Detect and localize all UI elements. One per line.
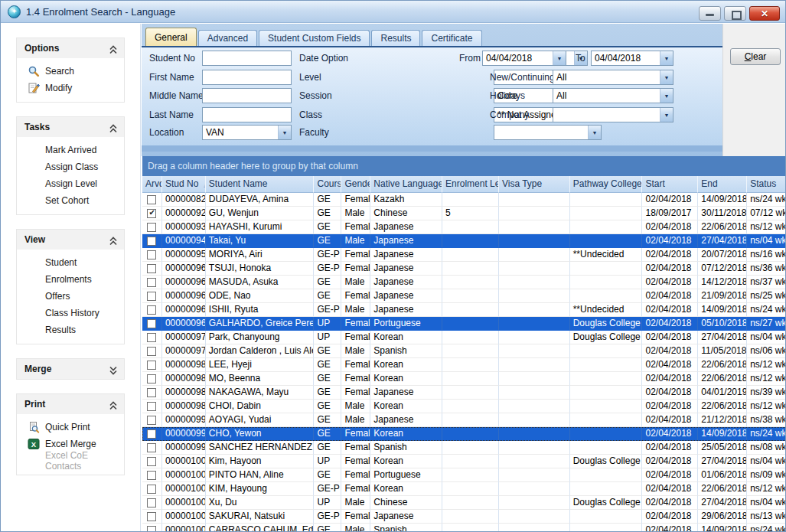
arrived-checkbox[interactable] bbox=[147, 209, 156, 218]
sidebar-section-header[interactable]: Tasks bbox=[17, 117, 124, 137]
column-header-gender[interactable]: Gender bbox=[341, 176, 370, 193]
table-row[interactable]: 0000009661MASUDA, AsukaGEMaleJapanese02/… bbox=[142, 276, 786, 289]
table-row[interactable]: 0000009823NAKAGAWA, MayuGEFemaleJapanese… bbox=[142, 386, 786, 400]
table-row[interactable]: 0000009634TSUJI, HonokaGE-PFemaleJapanes… bbox=[142, 262, 786, 276]
sidebar-section-header[interactable]: Options bbox=[17, 38, 124, 58]
cell-arvd[interactable] bbox=[142, 331, 162, 344]
table-row[interactable]: 0000010075CARRASCO CAHUM, Edgar NaGEMale… bbox=[142, 524, 786, 531]
arrived-checkbox[interactable] bbox=[147, 319, 156, 328]
table-row[interactable]: 0000009847CHOI, DabinGEMaleKorean02/04/2… bbox=[142, 400, 786, 413]
sidebar-section-header[interactable]: Merge bbox=[17, 359, 124, 379]
cell-arvd[interactable] bbox=[142, 234, 162, 248]
arrived-checkbox[interactable] bbox=[147, 264, 156, 273]
arrived-checkbox[interactable] bbox=[147, 250, 156, 259]
cell-arvd[interactable] bbox=[142, 289, 162, 303]
arrived-checkbox[interactable] bbox=[147, 443, 156, 452]
chevron-down-icon[interactable] bbox=[553, 51, 566, 65]
tab-general[interactable]: General bbox=[145, 28, 197, 46]
cell-arvd[interactable] bbox=[142, 468, 162, 482]
cell-arvd[interactable] bbox=[142, 455, 162, 468]
table-row[interactable]: 0000009435Takai, YuGEMaleJapanese02/04/2… bbox=[142, 234, 786, 248]
sidebar-item-offers[interactable]: Offers bbox=[17, 288, 124, 305]
sidebar-section-header[interactable]: View bbox=[17, 230, 124, 250]
cell-arvd[interactable] bbox=[142, 510, 162, 524]
from-date-combo[interactable]: 04/04/2018 bbox=[482, 51, 566, 66]
column-header-start[interactable]: Start bbox=[642, 176, 698, 193]
cell-arvd[interactable] bbox=[142, 303, 162, 317]
sidebar-item-assign-level[interactable]: Assign Level bbox=[17, 175, 124, 192]
tab-advanced[interactable]: Advanced bbox=[198, 30, 257, 46]
chevron-up-icon[interactable] bbox=[109, 122, 118, 132]
cell-arvd[interactable] bbox=[142, 524, 162, 531]
close-button[interactable] bbox=[749, 6, 780, 21]
arrived-checkbox[interactable] bbox=[147, 526, 156, 532]
table-row[interactable]: 0000009809LEE, HyejiGEFemaleKorean02/04/… bbox=[142, 358, 786, 372]
tab-results[interactable]: Results bbox=[371, 30, 420, 46]
cell-arvd[interactable] bbox=[142, 193, 162, 207]
arrived-checkbox[interactable] bbox=[147, 333, 156, 342]
location-combo[interactable]: VAN bbox=[202, 125, 292, 140]
title-bar[interactable]: 1.4 Enrolment Search - Language bbox=[1, 1, 785, 23]
sidebar-section-header[interactable]: Print bbox=[17, 394, 124, 414]
cell-arvd[interactable] bbox=[142, 344, 162, 358]
sidebar-item-quick-print[interactable]: Quick Print bbox=[17, 419, 124, 436]
sidebar-item-class-history[interactable]: Class History bbox=[17, 305, 124, 321]
sidebar-item-assign-class[interactable]: Assign Class bbox=[17, 158, 124, 175]
sidebar-item-student[interactable]: Student bbox=[17, 254, 124, 271]
column-header-end[interactable]: End bbox=[698, 176, 747, 193]
table-row[interactable]: 0000009696GALHARDO, Greice PereiraUPFema… bbox=[142, 317, 786, 331]
to-date-combo[interactable]: 04/04/2018 bbox=[591, 51, 673, 66]
column-header-language[interactable]: Native Language bbox=[370, 176, 442, 193]
chevron-up-icon[interactable] bbox=[109, 235, 118, 244]
chevron-down-icon[interactable] bbox=[660, 51, 673, 65]
table-row[interactable]: 0000009930AOYAGI, YudaiGEMaleJapanese02/… bbox=[142, 413, 786, 427]
chevron-down-icon[interactable] bbox=[278, 126, 291, 139]
cell-arvd[interactable] bbox=[142, 400, 162, 413]
column-header-name[interactable]: Student Name bbox=[206, 176, 315, 193]
column-header-college[interactable]: Pathway College bbox=[570, 176, 643, 193]
arrived-checkbox[interactable] bbox=[147, 278, 156, 287]
cell-arvd[interactable] bbox=[142, 413, 162, 427]
sidebar-item-set-cohort[interactable]: Set Cohort bbox=[17, 192, 124, 209]
arrived-checkbox[interactable] bbox=[147, 388, 156, 397]
arrived-checkbox[interactable] bbox=[147, 361, 156, 370]
middle-name-input[interactable] bbox=[202, 88, 292, 103]
sidebar-item-modify[interactable]: Modify bbox=[17, 80, 124, 96]
column-header-status[interactable]: Status bbox=[747, 176, 786, 193]
chevron-up-icon[interactable] bbox=[109, 44, 118, 53]
clear-button[interactable]: Clear bbox=[730, 48, 781, 65]
table-row[interactable]: 0000008213DUDAYEVA, AminaGEFemaleKazakh0… bbox=[142, 193, 786, 207]
holidays-combo[interactable]: All bbox=[553, 88, 673, 103]
sidebar-item-enrolments[interactable]: Enrolments bbox=[17, 271, 124, 288]
arrived-checkbox[interactable] bbox=[147, 195, 156, 204]
chevron-up-icon[interactable] bbox=[109, 400, 118, 409]
table-row[interactable]: 0000009535MORIYA, AiriGE-PFemaleJapanese… bbox=[142, 248, 786, 262]
cell-arvd[interactable] bbox=[142, 220, 162, 234]
first-name-input[interactable] bbox=[202, 70, 292, 85]
cell-arvd[interactable] bbox=[142, 358, 162, 372]
cell-arvd[interactable] bbox=[142, 427, 162, 441]
arrived-checkbox[interactable] bbox=[147, 223, 156, 232]
cell-arvd[interactable] bbox=[142, 248, 162, 262]
arrived-checkbox[interactable] bbox=[147, 374, 156, 383]
sidebar-item-results[interactable]: Results bbox=[17, 321, 124, 338]
table-row[interactable]: 0000009810MO, BeennaGEFemaleKorean02/04/… bbox=[142, 372, 786, 386]
cell-arvd[interactable] bbox=[142, 386, 162, 400]
chevron-down-icon[interactable] bbox=[660, 70, 673, 84]
cell-arvd[interactable] bbox=[142, 441, 162, 455]
sidebar-item-mark-arrived[interactable]: Mark Arrived bbox=[17, 142, 124, 158]
sidebar-item-search[interactable]: Search bbox=[17, 63, 124, 80]
arrived-checkbox[interactable] bbox=[147, 402, 156, 411]
cell-arvd[interactable] bbox=[142, 207, 162, 220]
group-by-bar[interactable]: Drag a column header here to group by th… bbox=[142, 156, 786, 176]
maximize-button[interactable] bbox=[724, 6, 746, 21]
tab-student-custom-fields[interactable]: Student Custom Fields bbox=[259, 30, 370, 46]
cell-arvd[interactable] bbox=[142, 482, 162, 496]
arrived-checkbox[interactable] bbox=[147, 512, 156, 521]
table-row[interactable]: 0000010047KIM, HayoungGE-PFemaleKorean02… bbox=[142, 482, 786, 496]
column-header-level[interactable]: Enrolment Level bbox=[442, 176, 499, 193]
chevron-down-icon[interactable] bbox=[660, 108, 673, 122]
table-row[interactable]: 0000009702Park, ChanyoungUPFemaleKoreanD… bbox=[142, 331, 786, 344]
tab-certificate[interactable]: Certificate bbox=[422, 30, 481, 46]
arrived-checkbox[interactable] bbox=[147, 485, 156, 494]
